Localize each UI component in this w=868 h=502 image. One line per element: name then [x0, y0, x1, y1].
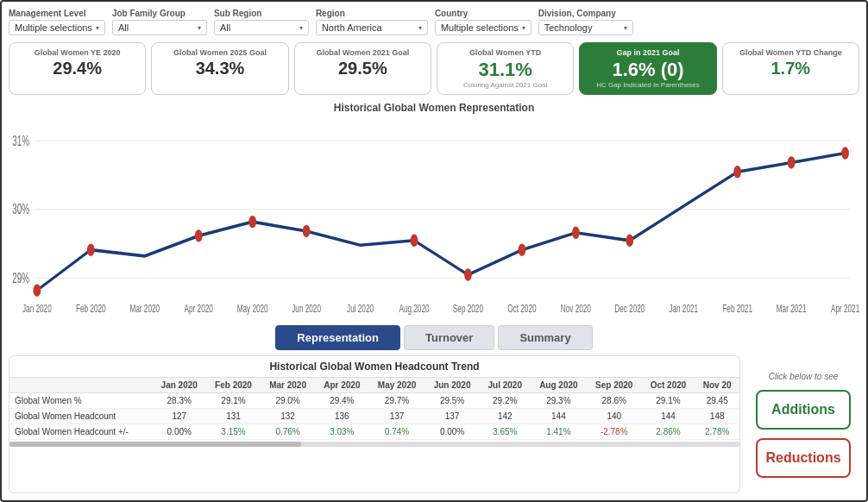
table-cell-value: 0.00%	[425, 424, 480, 440]
svg-point-9	[248, 216, 256, 228]
chevron-down-icon: ▾	[624, 24, 627, 32]
kpi-2025goal-value: 34.3%	[196, 59, 245, 78]
filter-division-company-label: Division, Company	[538, 9, 633, 18]
table-cell-value: 144	[642, 409, 695, 424]
table-cell-label: Global Women Headcount +/-	[9, 424, 153, 440]
tabs-row: Representation Turnover Summary	[9, 325, 859, 350]
table-cell-value: 0.00%	[153, 424, 206, 440]
tab-summary[interactable]: Summary	[498, 325, 592, 350]
svg-point-17	[788, 156, 796, 168]
svg-text:Jul 2020: Jul 2020	[347, 302, 374, 315]
table-cell-value: 137	[425, 409, 480, 424]
kpi-ytd-change-title: Global Women YTD Change	[739, 48, 842, 57]
kpi-2021goal-title: Global Women 2021 Goal	[316, 48, 409, 57]
filter-sub-region-label: Sub Region	[214, 9, 309, 18]
chevron-down-icon: ▾	[198, 24, 201, 32]
col-header-label	[9, 378, 153, 393]
table-cell-value: 29.5%	[425, 393, 480, 409]
kpi-ytd-value: 31.1%	[478, 59, 531, 81]
svg-text:Jan 2021: Jan 2021	[669, 302, 698, 315]
table-cell-value: 132	[261, 409, 315, 424]
col-header-jun2020: Jun 2020	[425, 378, 480, 393]
table-panel-title: Historical Global Women Headcount Trend	[9, 356, 739, 378]
chart-container: 31% 30% 29%	[9, 117, 859, 320]
bottom-section: Historical Global Women Headcount Trend …	[9, 355, 859, 493]
table-cell-label: Global Women Headcount	[9, 409, 153, 424]
table-cell-label: Global Women %	[9, 393, 153, 409]
table-cell-value: 0.74%	[369, 424, 425, 440]
filter-job-family-group-dropdown[interactable]: All ▾	[112, 20, 207, 35]
svg-point-6	[33, 284, 41, 296]
tab-representation[interactable]: Representation	[275, 325, 400, 350]
table-cell-value: 2.78%	[695, 424, 739, 440]
svg-text:Jun 2020: Jun 2020	[292, 302, 321, 315]
col-header-aug2020: Aug 2020	[531, 378, 587, 393]
table-row: Global Women Headcount +/-0.00%3.15%0.76…	[9, 424, 739, 440]
filter-sub-region-dropdown[interactable]: All ▾	[214, 20, 309, 35]
svg-point-11	[411, 235, 418, 247]
filter-region-dropdown[interactable]: North America ▾	[316, 20, 428, 35]
filter-sub-region: Sub Region All ▾	[214, 9, 309, 35]
data-table: Jan 2020 Feb 2020 Mar 2020 Apr 2020 May …	[9, 378, 739, 440]
table-cell-value: 131	[206, 409, 261, 424]
kpi-2021goal-value: 29.5%	[338, 59, 387, 78]
table-cell-value: 29.45	[695, 393, 739, 409]
chart-title: Historical Global Women Representation	[9, 102, 859, 114]
col-header-jul2020: Jul 2020	[480, 378, 531, 393]
kpi-2025goal-title: Global Women 2025 Goal	[173, 48, 267, 57]
filter-country-dropdown[interactable]: Multiple selections ▾	[435, 20, 531, 35]
tab-turnover[interactable]: Turnover	[404, 325, 494, 350]
scrollbar-thumb	[9, 442, 301, 447]
kpi-gap-value: 1.6% (0)	[612, 59, 683, 81]
kpi-ye2020-value: 29.4%	[53, 59, 102, 78]
table-cell-value: -2.78%	[587, 424, 642, 440]
table-cell-value: 29.7%	[369, 393, 425, 409]
filter-management-level-dropdown[interactable]: Multiple selections ▾	[9, 20, 105, 35]
table-cell-value: 1.41%	[531, 424, 587, 440]
svg-text:Apr 2020: Apr 2020	[185, 302, 213, 315]
line-chart-svg: 31% 30% 29%	[9, 117, 859, 320]
kpi-gap-title: Gap in 2021 Goal	[616, 48, 679, 57]
filter-sub-region-value: All	[220, 22, 230, 33]
filter-country-label: Country	[435, 9, 531, 18]
svg-text:Aug 2020: Aug 2020	[399, 302, 429, 315]
filter-division-company-dropdown[interactable]: Technology ▾	[538, 20, 633, 35]
table-cell-value: 28.3%	[153, 393, 206, 409]
table-cell-value: 29.0%	[261, 393, 315, 409]
kpi-card-gap: Gap in 2021 Goal 1.6% (0) HC Gap Indicat…	[579, 42, 716, 95]
kpi-gap-subtitle: HC Gap Indicated In Parentheses	[596, 81, 700, 89]
kpi-card-ytd: Global Women YTD 31.1% Coloring Against …	[437, 42, 574, 95]
horizontal-scrollbar[interactable]	[9, 442, 739, 447]
table-cell-value: 148	[695, 409, 739, 424]
table-cell-value: 127	[153, 409, 206, 424]
svg-point-15	[626, 235, 633, 247]
table-cell-value: 29.3%	[531, 393, 587, 409]
chevron-down-icon: ▾	[299, 24, 303, 32]
kpi-ytd-subtitle: Coloring Against 2021 Goal	[463, 81, 547, 89]
filter-region: Region North America ▾	[316, 9, 428, 35]
table-cell-value: 29.1%	[206, 393, 261, 409]
kpi-card-2025goal: Global Women 2025 Goal 34.3%	[151, 42, 288, 95]
table-cell-value: 28.6%	[587, 393, 642, 409]
additions-button[interactable]: Additions	[756, 390, 851, 430]
chevron-down-icon: ▾	[96, 24, 99, 32]
chevron-down-icon: ▾	[522, 24, 525, 32]
table-cell-value: 2.86%	[642, 424, 695, 440]
table-row: Global Women %28.3%29.1%29.0%29.4%29.7%2…	[9, 393, 739, 409]
svg-text:Jan 2020: Jan 2020	[22, 302, 52, 315]
svg-text:Mar 2021: Mar 2021	[777, 302, 807, 315]
kpi-card-2021goal: Global Women 2021 Goal 29.5%	[294, 42, 431, 95]
chevron-down-icon: ▾	[418, 24, 422, 32]
table-cell-value: 29.4%	[315, 393, 368, 409]
filter-management-level-label: Management Level	[9, 9, 105, 18]
filter-job-family-group: Job Family Group All ▾	[112, 9, 207, 35]
reductions-button[interactable]: Reductions	[756, 438, 851, 478]
svg-point-13	[519, 243, 526, 255]
table-cell-value: 3.03%	[315, 424, 368, 440]
filter-country-value: Multiple selections	[441, 22, 519, 33]
col-header-may2020: May 2020	[369, 378, 425, 393]
filter-management-level-value: Multiple selections	[15, 22, 92, 33]
svg-text:May 2020: May 2020	[237, 302, 268, 315]
table-cell-value: 137	[369, 409, 425, 424]
table-cell-value: 144	[531, 409, 587, 424]
